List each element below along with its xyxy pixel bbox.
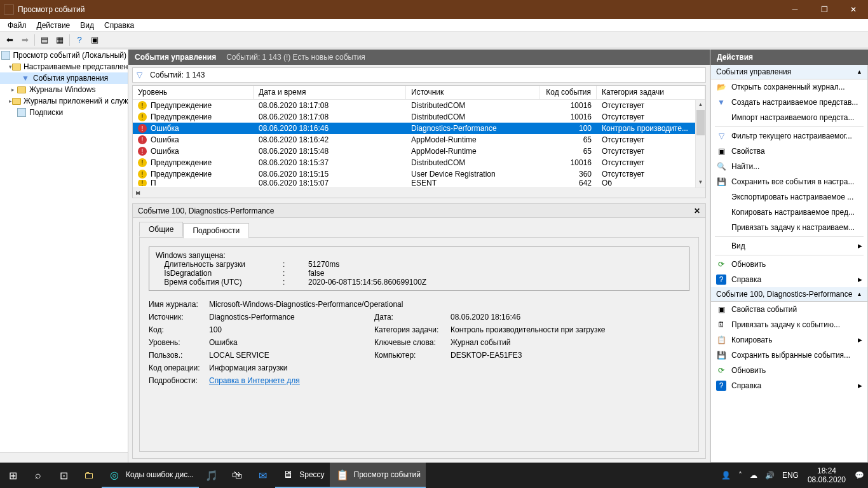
search-button[interactable]: ⌕ [25, 463, 51, 488]
col-level[interactable]: Уровень [133, 86, 254, 99]
separator [715, 236, 864, 237]
tree-app-logs[interactable]: ▸ Журналы приложений и служб [0, 95, 128, 107]
eventvwr-icon [1, 50, 10, 60]
tray-volume[interactable]: 🔊 [761, 471, 778, 480]
action-attach-task[interactable]: Привязать задачу к настраиваем... [711, 220, 867, 235]
action-filter-log[interactable]: ▽Фильтр текущего настраиваемог... [711, 128, 867, 144]
tray-onedrive[interactable]: ☁ [746, 471, 761, 480]
event-row[interactable]: !П08.06.2020 18:15:07ESENT642Об [133, 180, 705, 186]
help-link[interactable]: Справка в Интернете для [209, 376, 300, 385]
tray-notifications[interactable]: 💬 [851, 471, 868, 480]
event-row[interactable]: !Ошибка08.06.2020 18:16:42AppModel-Runti… [133, 134, 705, 146]
forward-button[interactable]: ➡ [18, 33, 32, 47]
detail-header: Событие 100, Diagnostics-Performance ✕ [133, 204, 705, 218]
action-copy-view[interactable]: Копировать настраиваемое пред... [711, 205, 867, 220]
event-row[interactable]: !Предупреждение08.06.2020 18:17:08Distri… [133, 111, 705, 123]
menu-action[interactable]: Действие [32, 20, 76, 31]
app-deezer[interactable]: 🎵 [199, 463, 224, 488]
col-code[interactable]: Код события [539, 86, 597, 99]
export-button[interactable]: ▦ [53, 33, 67, 47]
help-icon: ? [716, 274, 726, 285]
detail-message: Windows запущена: Длительность загрузки:… [149, 247, 689, 291]
value-log-name: Microsoft-Windows-Diagnostics-Performanc… [209, 300, 689, 309]
value-level: Ошибка [209, 338, 374, 347]
detail-close-button[interactable]: ✕ [694, 207, 700, 215]
action-save-all[interactable]: 💾Сохранить все события в настра... [711, 174, 867, 189]
taskview-button[interactable]: ⊡ [51, 463, 76, 488]
detail-body: Windows запущена: Длительность загрузки:… [139, 237, 699, 452]
speccy-task[interactable]: 🖥Speccy [275, 463, 329, 488]
action-export-view[interactable]: Экспортировать настраиваемое ... [711, 189, 867, 205]
app-store[interactable]: 🛍 [224, 463, 250, 488]
value-source: Diagnostics-Performance [209, 313, 374, 322]
actions-section-event[interactable]: Событие 100, Diagnostics-Performance ▲ [711, 287, 867, 302]
actions-section-label: События управления [716, 67, 791, 76]
tray-language[interactable]: ENG [778, 471, 803, 480]
minimize-button[interactable]: ─ [780, 0, 810, 19]
menu-file[interactable]: Файл [3, 20, 32, 31]
tab-general[interactable]: Общие [139, 222, 183, 237]
collapse-icon: ▲ [857, 69, 862, 75]
tree-subscriptions[interactable]: Подписки [0, 107, 128, 118]
tab-details[interactable]: Подробности [183, 223, 249, 238]
tray-clock[interactable]: 18:24 08.06.2020 [803, 466, 851, 484]
tree-custom-views[interactable]: ▾ Настраиваемые представления [0, 61, 128, 72]
action-find[interactable]: 🔍Найти... [711, 159, 867, 174]
col-date[interactable]: Дата и время [254, 86, 406, 99]
scroll-up-icon[interactable]: ▲ [696, 100, 705, 110]
clock-date: 08.06.2020 [808, 475, 846, 484]
tree-horizontal-scrollbar[interactable] [0, 452, 128, 463]
scroll-down-icon[interactable]: ▼ [696, 177, 705, 187]
action-view[interactable]: Вид▶ [711, 238, 867, 254]
expand-icon[interactable]: ▸ [9, 86, 17, 93]
tree-windows-logs[interactable]: ▸ Журналы Windows [0, 84, 128, 95]
action-attach-task-event[interactable]: 🗓Привязать задачу к событию... [711, 317, 867, 332]
tree-admin-events[interactable]: ▼ События управления [0, 72, 128, 84]
event-row[interactable]: !Ошибка08.06.2020 18:16:46Diagnostics-Pe… [133, 123, 705, 134]
action-help2[interactable]: ?Справка▶ [711, 378, 867, 393]
tree-root[interactable]: Просмотр событий (Локальный) [0, 50, 128, 61]
scroll-right-icon[interactable]: ▶ [133, 188, 143, 198]
maximize-button[interactable]: ❐ [810, 0, 839, 19]
action-refresh2[interactable]: ⟳Обновить [711, 363, 867, 378]
scroll-thumb[interactable] [696, 110, 705, 135]
action-create-view[interactable]: ▼Создать настраиваемое представ... [711, 95, 867, 110]
explorer-button[interactable]: 🗀 [76, 463, 102, 488]
vertical-scrollbar[interactable]: ▲ ▼ [695, 100, 705, 187]
help-button[interactable]: ? [72, 33, 86, 47]
eventvwr-task[interactable]: 📋Просмотр событий [330, 463, 426, 488]
action-copy[interactable]: 📋Копировать▶ [711, 332, 867, 348]
tray-chevron[interactable]: ˄ [735, 471, 746, 480]
edge-task[interactable]: ◎Коды ошибок дис... [102, 463, 199, 488]
refresh-icon: ⟳ [716, 259, 726, 269]
menu-help[interactable]: Справка [99, 20, 139, 31]
app-mail[interactable]: ✉ [250, 463, 275, 488]
copy-icon: 📋 [716, 335, 726, 345]
col-source[interactable]: Источник [406, 86, 539, 99]
action-save-selected[interactable]: 💾Сохранить выбранные события... [711, 348, 867, 363]
tray-people[interactable]: 👤 [717, 471, 735, 480]
action-import-view[interactable]: Импорт настраиваемого предста... [711, 110, 867, 125]
back-button[interactable]: ⬅ [3, 33, 17, 47]
action-event-properties[interactable]: ▣Свойства событий [711, 302, 867, 317]
start-button[interactable]: ⊞ [0, 463, 25, 488]
tree-panel: Просмотр событий (Локальный) ▾ Настраива… [0, 50, 128, 463]
action-open-saved-log[interactable]: 📂Открыть сохраненный журнал... [711, 79, 867, 95]
event-row[interactable]: !Ошибка08.06.2020 18:15:48AppModel-Runti… [133, 146, 705, 157]
close-button[interactable]: ✕ [839, 0, 868, 19]
action-refresh[interactable]: ⟳Обновить [711, 257, 867, 272]
tree-app-logs-label: Журналы приложений и служб [24, 97, 128, 105]
action-help[interactable]: ?Справка▶ [711, 272, 867, 287]
action-properties[interactable]: ▣Свойства [711, 144, 867, 159]
error-icon: ! [138, 147, 147, 156]
menu-view[interactable]: Вид [75, 20, 99, 31]
col-category[interactable]: Категория задачи [597, 86, 705, 99]
event-row[interactable]: !Предупреждение08.06.2020 18:15:37Distri… [133, 157, 705, 168]
horizontal-scrollbar[interactable]: ◀ ▶ [133, 187, 705, 198]
actions-section-events[interactable]: События управления ▲ [711, 65, 867, 79]
event-row[interactable]: !Предупреждение08.06.2020 18:15:15User D… [133, 168, 705, 180]
actions-section-event-label: Событие 100, Diagnostics-Performance [716, 290, 852, 299]
event-row[interactable]: !Предупреждение08.06.2020 18:17:08Distri… [133, 100, 705, 111]
show-hide-tree-button[interactable]: ▤ [37, 33, 51, 47]
properties-button[interactable]: ▣ [88, 33, 102, 47]
